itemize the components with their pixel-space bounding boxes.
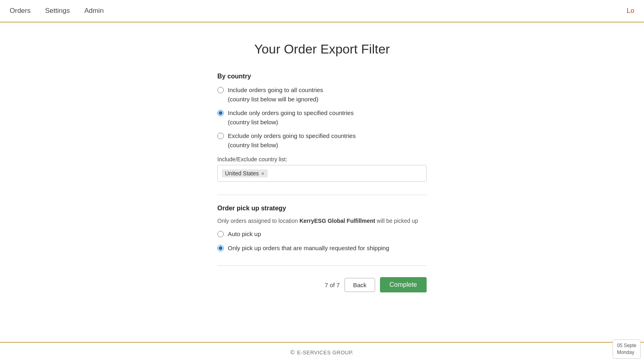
pickup-option-manual[interactable]: Only pick up orders that are manually re…: [217, 244, 427, 253]
datetime-date: 05 Septe: [617, 342, 636, 349]
country-tag-us: United States ×: [222, 169, 268, 177]
nav-logout[interactable]: Lo: [627, 7, 634, 15]
country-radio-exclude[interactable]: [217, 133, 224, 139]
by-country-section: By country Include orders going to all c…: [217, 73, 427, 182]
pickup-location: KerryESG Global Fulfillment: [299, 218, 375, 224]
country-option-exclude[interactable]: Exclude only orders going to specified c…: [217, 132, 427, 150]
pickup-label-auto: Auto pick up: [228, 230, 261, 239]
actions-divider: [217, 265, 427, 266]
pickup-radio-group: Auto pick up Only pick up orders that ar…: [217, 230, 427, 253]
pickup-title: Order pick up strategy: [217, 205, 427, 212]
country-label-include: Include only orders going to specified c…: [228, 109, 354, 127]
complete-button[interactable]: Complete: [380, 277, 427, 292]
page-indicator: 7 of 7: [325, 282, 340, 288]
back-button[interactable]: Back: [345, 278, 375, 292]
pickup-radio-manual[interactable]: [217, 245, 224, 251]
pickup-section: Order pick up strategy Only orders assig…: [217, 205, 427, 253]
country-label-all: Include orders going to all countries (c…: [228, 86, 323, 104]
country-tag-input[interactable]: United States ×: [217, 165, 427, 182]
datetime-day: Monday: [617, 349, 636, 356]
actions-row: 7 of 7 Back Complete: [217, 277, 427, 292]
pickup-radio-auto[interactable]: [217, 231, 224, 237]
country-label-exclude: Exclude only orders going to specified c…: [228, 132, 356, 150]
footer-text: E-SERVICES GROUP.: [297, 350, 353, 356]
navbar: Orders Settings Admin Lo: [0, 0, 644, 23]
footer-logo: © E-SERVICES GROUP.: [290, 349, 353, 356]
nav-orders[interactable]: Orders: [10, 7, 31, 15]
form-container: By country Include orders going to all c…: [217, 73, 427, 292]
page-title: Your Order Export Filter: [254, 42, 390, 57]
country-radio-group: Include orders going to all countries (c…: [217, 86, 427, 150]
nav-admin[interactable]: Admin: [84, 7, 103, 15]
country-option-include[interactable]: Include only orders going to specified c…: [217, 109, 427, 127]
footer-icon: ©: [290, 349, 295, 356]
country-option-all[interactable]: Include orders going to all countries (c…: [217, 86, 427, 104]
nav-settings[interactable]: Settings: [45, 7, 70, 15]
footer: © E-SERVICES GROUP.: [0, 342, 644, 362]
datetime-badge: 05 Septe Monday: [613, 339, 641, 359]
main-content: Your Order Export Filter By country Incl…: [0, 23, 644, 342]
pickup-option-auto[interactable]: Auto pick up: [217, 230, 427, 239]
section-divider: [217, 195, 427, 195]
country-radio-all[interactable]: [217, 87, 224, 93]
country-tag-us-remove[interactable]: ×: [261, 171, 264, 176]
country-list-label: Include/Exclude country list:: [217, 156, 427, 162]
by-country-title: By country: [217, 73, 427, 80]
country-tag-us-label: United States: [225, 170, 259, 177]
country-radio-include[interactable]: [217, 110, 224, 116]
pickup-label-manual: Only pick up orders that are manually re…: [228, 244, 389, 253]
pickup-description: Only orders assigned to location KerryES…: [217, 218, 427, 224]
